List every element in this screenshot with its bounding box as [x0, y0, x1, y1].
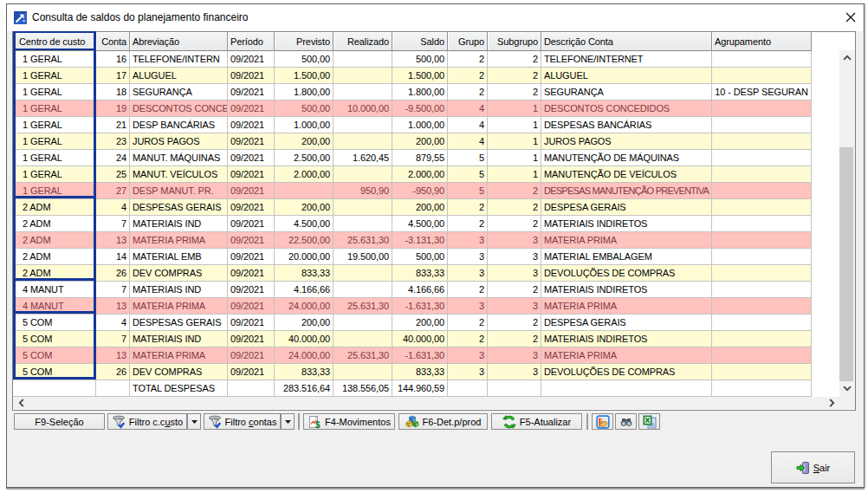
svg-text:$: $: [315, 419, 321, 429]
